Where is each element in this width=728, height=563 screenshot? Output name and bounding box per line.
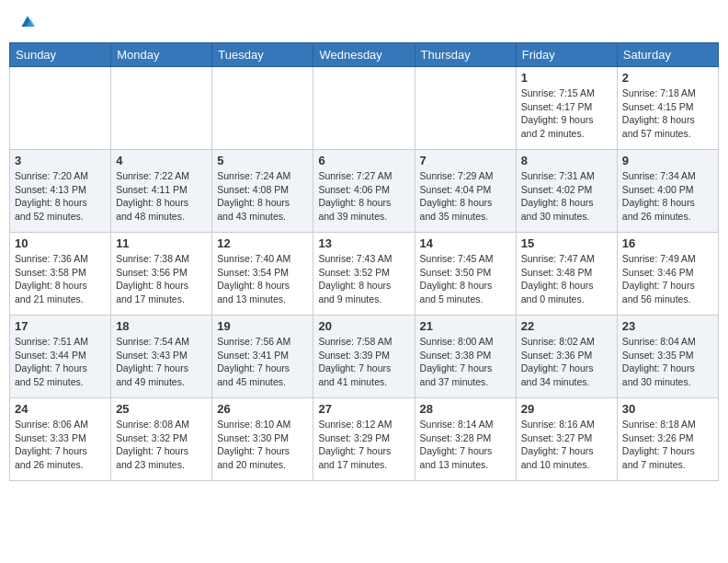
day-info: Sunrise: 7:58 AMSunset: 3:39 PMDaylight:… xyxy=(318,335,409,389)
day-number: 30 xyxy=(622,402,713,416)
day-info: Sunrise: 8:02 AMSunset: 3:36 PMDaylight:… xyxy=(521,335,612,389)
day-number: 1 xyxy=(521,71,612,85)
day-number: 13 xyxy=(318,236,409,250)
calendar-cell: 25Sunrise: 8:08 AMSunset: 3:32 PMDayligh… xyxy=(111,398,212,481)
day-number: 26 xyxy=(217,402,308,416)
day-number: 28 xyxy=(420,402,511,416)
calendar-cell xyxy=(10,67,111,150)
day-info: Sunrise: 7:18 AMSunset: 4:15 PMDaylight:… xyxy=(622,86,713,141)
day-info: Sunrise: 8:06 AMSunset: 3:33 PMDaylight:… xyxy=(15,418,106,472)
calendar-header-sunday: Sunday xyxy=(10,43,111,67)
day-info: Sunrise: 7:24 AMSunset: 4:08 PMDaylight:… xyxy=(217,169,308,224)
day-number: 19 xyxy=(217,319,308,333)
day-info: Sunrise: 7:43 AMSunset: 3:52 PMDaylight:… xyxy=(318,252,409,306)
day-info: Sunrise: 8:00 AMSunset: 3:38 PMDaylight:… xyxy=(420,335,511,389)
day-info: Sunrise: 7:38 AMSunset: 3:56 PMDaylight:… xyxy=(116,252,207,306)
day-number: 9 xyxy=(622,154,713,167)
calendar-cell: 2Sunrise: 7:18 AMSunset: 4:15 PMDaylight… xyxy=(617,67,718,150)
day-info: Sunrise: 8:14 AMSunset: 3:28 PMDaylight:… xyxy=(420,418,511,472)
logo-icon xyxy=(18,13,37,31)
calendar-cell: 20Sunrise: 7:58 AMSunset: 3:39 PMDayligh… xyxy=(313,316,415,398)
calendar-cell: 6Sunrise: 7:27 AMSunset: 4:06 PMDaylight… xyxy=(313,150,415,233)
calendar-cell: 23Sunrise: 8:04 AMSunset: 3:35 PMDayligh… xyxy=(617,316,718,398)
calendar-header-tuesday: Tuesday xyxy=(212,43,313,67)
day-info: Sunrise: 7:49 AMSunset: 3:46 PMDaylight:… xyxy=(622,252,713,306)
day-number: 12 xyxy=(217,236,308,250)
calendar-header-thursday: Thursday xyxy=(415,43,516,67)
day-info: Sunrise: 7:45 AMSunset: 3:50 PMDaylight:… xyxy=(420,252,511,306)
day-number: 23 xyxy=(622,319,713,333)
day-info: Sunrise: 7:56 AMSunset: 3:41 PMDaylight:… xyxy=(217,335,308,389)
day-info: Sunrise: 7:40 AMSunset: 3:54 PMDaylight:… xyxy=(217,252,308,306)
day-info: Sunrise: 8:08 AMSunset: 3:32 PMDaylight:… xyxy=(116,418,207,472)
calendar-cell xyxy=(415,67,516,150)
day-number: 16 xyxy=(622,236,713,250)
day-number: 29 xyxy=(521,402,612,416)
calendar-header-friday: Friday xyxy=(516,43,617,67)
calendar-cell: 16Sunrise: 7:49 AMSunset: 3:46 PMDayligh… xyxy=(617,233,718,316)
calendar-week-3: 10Sunrise: 7:36 AMSunset: 3:58 PMDayligh… xyxy=(10,233,719,316)
calendar-cell: 1Sunrise: 7:15 AMSunset: 4:17 PMDaylight… xyxy=(516,67,617,150)
calendar-header-saturday: Saturday xyxy=(617,43,718,67)
calendar-cell: 3Sunrise: 7:20 AMSunset: 4:13 PMDaylight… xyxy=(10,150,111,233)
calendar: SundayMondayTuesdayWednesdayThursdayFrid… xyxy=(9,42,719,481)
calendar-cell: 27Sunrise: 8:12 AMSunset: 3:29 PMDayligh… xyxy=(313,398,415,481)
calendar-cell: 10Sunrise: 7:36 AMSunset: 3:58 PMDayligh… xyxy=(10,233,111,316)
calendar-cell: 4Sunrise: 7:22 AMSunset: 4:11 PMDaylight… xyxy=(111,150,212,233)
day-number: 6 xyxy=(318,154,409,167)
day-info: Sunrise: 8:04 AMSunset: 3:35 PMDaylight:… xyxy=(622,335,713,389)
day-number: 10 xyxy=(15,236,106,250)
calendar-cell: 24Sunrise: 8:06 AMSunset: 3:33 PMDayligh… xyxy=(10,398,111,481)
day-number: 3 xyxy=(15,154,106,167)
day-number: 14 xyxy=(420,236,511,250)
day-info: Sunrise: 7:54 AMSunset: 3:43 PMDaylight:… xyxy=(116,335,207,389)
day-number: 11 xyxy=(116,236,207,250)
day-number: 22 xyxy=(521,319,612,333)
calendar-cell: 11Sunrise: 7:38 AMSunset: 3:56 PMDayligh… xyxy=(111,233,212,316)
calendar-cell: 14Sunrise: 7:45 AMSunset: 3:50 PMDayligh… xyxy=(415,233,516,316)
calendar-cell: 30Sunrise: 8:18 AMSunset: 3:26 PMDayligh… xyxy=(617,398,718,481)
day-info: Sunrise: 7:31 AMSunset: 4:02 PMDaylight:… xyxy=(521,169,612,224)
logo xyxy=(17,13,37,31)
calendar-week-1: 1Sunrise: 7:15 AMSunset: 4:17 PMDaylight… xyxy=(10,67,719,150)
calendar-header-wednesday: Wednesday xyxy=(313,43,415,67)
day-info: Sunrise: 7:22 AMSunset: 4:11 PMDaylight:… xyxy=(116,169,207,224)
calendar-header-monday: Monday xyxy=(111,43,212,67)
day-number: 20 xyxy=(318,319,409,333)
calendar-cell: 19Sunrise: 7:56 AMSunset: 3:41 PMDayligh… xyxy=(212,316,313,398)
calendar-week-2: 3Sunrise: 7:20 AMSunset: 4:13 PMDaylight… xyxy=(10,150,719,233)
day-info: Sunrise: 7:36 AMSunset: 3:58 PMDaylight:… xyxy=(15,252,106,306)
calendar-cell: 5Sunrise: 7:24 AMSunset: 4:08 PMDaylight… xyxy=(212,150,313,233)
calendar-cell xyxy=(111,67,212,150)
day-number: 27 xyxy=(318,402,409,416)
calendar-cell: 8Sunrise: 7:31 AMSunset: 4:02 PMDaylight… xyxy=(516,150,617,233)
calendar-cell: 12Sunrise: 7:40 AMSunset: 3:54 PMDayligh… xyxy=(212,233,313,316)
calendar-week-5: 24Sunrise: 8:06 AMSunset: 3:33 PMDayligh… xyxy=(10,398,719,481)
calendar-cell: 17Sunrise: 7:51 AMSunset: 3:44 PMDayligh… xyxy=(10,316,111,398)
page-header xyxy=(9,9,719,35)
day-number: 2 xyxy=(622,71,713,85)
calendar-cell: 9Sunrise: 7:34 AMSunset: 4:00 PMDaylight… xyxy=(617,150,718,233)
day-number: 4 xyxy=(116,154,207,167)
day-number: 5 xyxy=(217,154,308,167)
day-info: Sunrise: 7:34 AMSunset: 4:00 PMDaylight:… xyxy=(622,169,713,224)
calendar-cell: 21Sunrise: 8:00 AMSunset: 3:38 PMDayligh… xyxy=(415,316,516,398)
calendar-cell: 18Sunrise: 7:54 AMSunset: 3:43 PMDayligh… xyxy=(111,316,212,398)
day-number: 7 xyxy=(420,154,511,167)
day-number: 18 xyxy=(116,319,207,333)
day-info: Sunrise: 8:18 AMSunset: 3:26 PMDaylight:… xyxy=(622,418,713,472)
calendar-cell: 7Sunrise: 7:29 AMSunset: 4:04 PMDaylight… xyxy=(415,150,516,233)
day-number: 8 xyxy=(521,154,612,167)
day-number: 21 xyxy=(420,319,511,333)
day-info: Sunrise: 7:51 AMSunset: 3:44 PMDaylight:… xyxy=(15,335,106,389)
day-info: Sunrise: 7:27 AMSunset: 4:06 PMDaylight:… xyxy=(318,169,409,224)
day-info: Sunrise: 8:16 AMSunset: 3:27 PMDaylight:… xyxy=(521,418,612,472)
calendar-cell: 29Sunrise: 8:16 AMSunset: 3:27 PMDayligh… xyxy=(516,398,617,481)
calendar-header-row: SundayMondayTuesdayWednesdayThursdayFrid… xyxy=(10,43,719,67)
day-number: 15 xyxy=(521,236,612,250)
calendar-week-4: 17Sunrise: 7:51 AMSunset: 3:44 PMDayligh… xyxy=(10,316,719,398)
calendar-cell: 22Sunrise: 8:02 AMSunset: 3:36 PMDayligh… xyxy=(516,316,617,398)
day-number: 24 xyxy=(15,402,106,416)
day-number: 25 xyxy=(116,402,207,416)
calendar-cell: 13Sunrise: 7:43 AMSunset: 3:52 PMDayligh… xyxy=(313,233,415,316)
